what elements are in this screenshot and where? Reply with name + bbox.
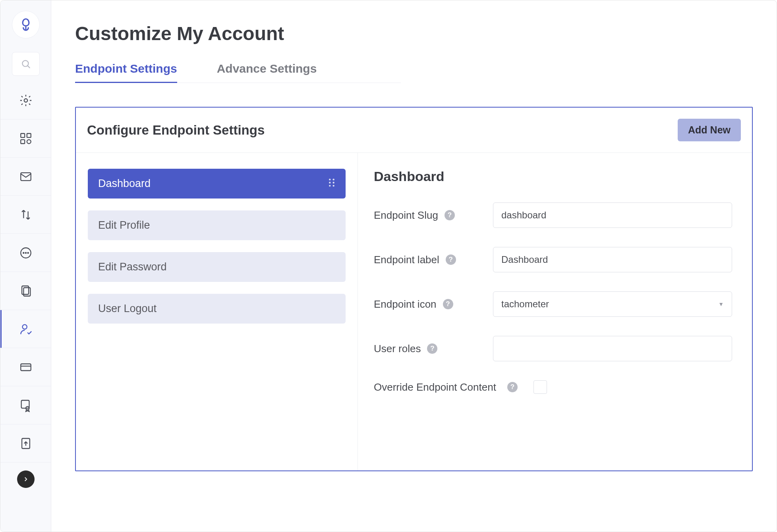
endpoint-item-dashboard[interactable]: Dashboard [88,169,346,199]
svg-point-22 [329,182,331,183]
tulip-icon [18,17,33,32]
row-user-roles: User roles ? [374,336,732,361]
input-endpoint-slug[interactable] [501,210,724,221]
row-endpoint-slug: Endpoint Slug ? [374,202,732,228]
svg-point-10 [25,252,26,253]
tabs: Endpoint Settings Advance Settings [75,62,401,83]
input-user-roles-wrapper [493,336,732,361]
panel-header: Configure Endpoint Settings Add New [76,108,752,153]
chevron-down-icon: ▼ [718,301,724,307]
file-up-icon [19,437,33,450]
help-icon[interactable]: ? [427,343,437,354]
svg-point-2 [24,98,27,102]
grid-plus-icon [19,132,33,145]
svg-point-11 [27,252,28,253]
add-new-button[interactable]: Add New [678,119,741,141]
svg-rect-7 [21,173,31,181]
collapse-sidebar-button[interactable] [17,470,35,488]
help-icon[interactable]: ? [443,299,453,309]
pages-icon [19,284,33,298]
svg-point-24 [329,185,331,187]
svg-point-14 [22,324,27,329]
svg-point-6 [27,139,31,143]
endpoint-item-edit-profile[interactable]: Edit Profile [88,210,346,240]
drag-handle-icon[interactable] [328,177,335,190]
checkbox-override-content[interactable] [533,380,547,394]
sort-icon [19,208,33,222]
nav-account[interactable] [0,310,51,348]
form-title: Dashboard [374,169,732,184]
row-override-content: Override Endpoint Content ? [374,380,732,394]
page-title: Customize My Account [75,23,753,44]
endpoint-item-label: Edit Password [98,261,167,273]
label-user-roles: User roles [374,343,421,355]
input-endpoint-label[interactable] [501,254,724,265]
card-icon [19,360,33,374]
mail-icon [19,170,33,183]
input-endpoint-slug-wrapper [493,202,732,228]
sidebar [0,0,51,532]
nav-settings[interactable] [0,81,51,120]
svg-line-1 [27,66,29,68]
main-content: Customize My Account Endpoint Settings A… [51,0,777,532]
svg-rect-4 [27,133,31,137]
tab-endpoint-settings[interactable]: Endpoint Settings [75,62,177,83]
input-user-roles[interactable] [501,343,724,354]
endpoint-settings-panel: Configure Endpoint Settings Add New Dash… [75,107,753,471]
label-endpoint-slug: Endpoint Slug [374,209,438,222]
svg-rect-15 [21,364,31,370]
help-icon[interactable]: ? [507,382,518,392]
label-endpoint-label: Endpoint label [374,254,439,266]
svg-point-20 [329,179,331,180]
chevron-right-icon [22,476,29,483]
cert-icon [19,399,33,412]
row-endpoint-label: Endpoint label ? [374,247,732,272]
gear-icon [19,94,33,107]
svg-point-23 [333,182,334,183]
svg-rect-3 [21,133,25,137]
nav-list [0,81,51,463]
label-endpoint-icon: Endpoint icon [374,298,437,310]
svg-rect-5 [21,139,25,143]
input-endpoint-label-wrapper [493,247,732,272]
endpoint-item-edit-password[interactable]: Edit Password [88,252,346,282]
nav-sort[interactable] [0,196,51,234]
row-endpoint-icon: Endpoint icon ? tachometer ▼ [374,291,732,317]
search-icon [21,59,31,69]
nav-more[interactable] [0,234,51,272]
nav-card[interactable] [0,348,51,386]
endpoint-form: Dashboard Endpoint Slug ? Endpoint label… [358,153,752,470]
select-endpoint-icon-value: tachometer [501,299,549,310]
endpoint-list: Dashboard Edit Profile Edit Password Use… [76,153,358,470]
svg-point-21 [333,179,334,180]
nav-extensions[interactable] [0,120,51,158]
svg-point-25 [333,185,334,187]
svg-point-9 [23,252,24,253]
label-override-content: Override Endpoint Content [374,381,496,393]
search-button[interactable] [12,52,40,76]
nav-pages[interactable] [0,272,51,310]
nav-mail[interactable] [0,158,51,196]
nav-cert[interactable] [0,386,51,424]
nav-upload[interactable] [0,424,51,463]
app-logo [12,11,40,39]
user-check-icon [19,322,33,336]
endpoint-item-label: User Logout [98,303,157,315]
help-icon[interactable]: ? [446,254,456,265]
panel-title: Configure Endpoint Settings [87,123,265,138]
endpoint-item-label: Edit Profile [98,219,150,231]
select-endpoint-icon[interactable]: tachometer ▼ [493,291,732,317]
more-circle-icon [19,246,33,260]
endpoint-item-label: Dashboard [98,177,151,190]
tab-advance-settings[interactable]: Advance Settings [217,62,317,83]
endpoint-item-user-logout[interactable]: User Logout [88,294,346,324]
help-icon[interactable]: ? [445,210,455,220]
